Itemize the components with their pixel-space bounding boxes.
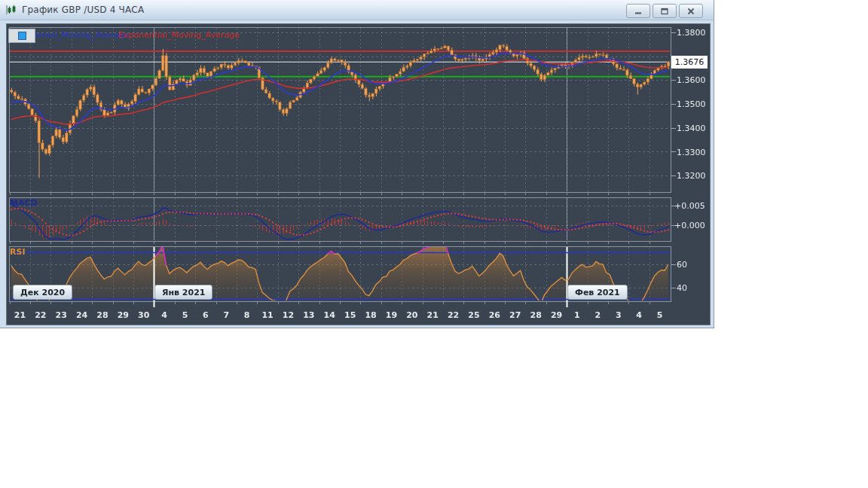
month-marker-feb2021: Фев 2021 <box>567 285 628 300</box>
x-axis-label: 7 <box>223 310 229 320</box>
x-axis-label: 24 <box>76 310 87 320</box>
x-axis-label: 21 <box>14 310 26 320</box>
chart-client-area: Exponential_Moving_Average Exponential_M… <box>7 24 710 325</box>
rsi-tick-label: 60 <box>677 260 687 270</box>
x-axis-label: 1 <box>574 310 580 320</box>
x-axis-label: 14 <box>324 310 335 320</box>
x-axis-label: 6 <box>203 310 209 320</box>
x-axis-label: 3 <box>616 310 622 320</box>
x-axis-label: 25 <box>468 310 479 320</box>
x-axis-label: 29 <box>551 310 562 320</box>
macd-tick-label: +0.005 <box>674 201 705 211</box>
x-axis-label: 2 <box>595 310 601 320</box>
minimize-button[interactable] <box>626 4 650 18</box>
window-title: График GBP /USD 4 ЧАСА <box>22 5 144 15</box>
candlestick-chart-icon <box>6 5 17 15</box>
price-chart-canvas[interactable] <box>7 24 710 325</box>
legend-ema-slow: Exponential_Moving_Average <box>118 30 240 40</box>
x-axis-label: 21 <box>427 310 439 320</box>
price-tick-label: 1.3200 <box>677 171 706 181</box>
price-tick-label: 1.3600 <box>677 75 706 85</box>
x-axis-label: 28 <box>96 310 108 320</box>
blue-series-button[interactable] <box>18 32 26 40</box>
macd-tick-label: +0.000 <box>674 221 705 230</box>
price-tick-label: 1.3500 <box>677 99 706 109</box>
page-background: { "window": { "title": "График GBP /USD … <box>0 0 868 488</box>
x-axis-label: 15 <box>344 310 356 320</box>
macd-panel-label: MACD <box>10 198 38 208</box>
x-axis-label: 20 <box>406 310 417 320</box>
x-axis-label: 8 <box>244 310 250 320</box>
current-price-badge: 1.3676 <box>671 56 708 69</box>
x-axis-label: 5 <box>657 310 663 320</box>
x-axis-label: 4 <box>636 310 642 320</box>
rsi-tick-label: 40 <box>677 283 687 293</box>
x-axis-label: 22 <box>448 310 459 320</box>
close-button[interactable] <box>679 4 703 18</box>
close-icon <box>686 8 695 15</box>
x-axis-label: 5 <box>182 310 188 320</box>
x-axis-label: 26 <box>489 310 500 320</box>
x-axis-label: 28 <box>530 310 542 320</box>
month-marker-dec2020: Дек 2020 <box>13 285 72 300</box>
window-titlebar[interactable]: График GBP /USD 4 ЧАСА <box>0 0 714 20</box>
x-axis-label: 30 <box>138 310 149 320</box>
rsi-panel-label: RSI <box>10 247 26 257</box>
price-tick-label: 1.3400 <box>677 123 706 133</box>
x-axis-label: 29 <box>118 310 129 320</box>
x-axis-label: 19 <box>386 310 397 320</box>
x-axis-label: 18 <box>365 310 376 320</box>
price-tick-label: 1.3300 <box>677 147 706 157</box>
x-axis-label: 22 <box>35 310 46 320</box>
restore-icon <box>660 8 669 15</box>
x-axis-label: 4 <box>161 310 167 320</box>
price-tick-label: 1.3800 <box>677 28 706 38</box>
x-axis-label: 12 <box>283 310 294 320</box>
x-axis-label: 27 <box>509 310 521 320</box>
month-marker-jan2021: Янв 2021 <box>154 285 212 300</box>
series-toggle-box[interactable] <box>8 29 35 43</box>
chart-window: График GBP /USD 4 ЧАСА Exponential_Movin… <box>0 0 714 328</box>
x-axis-label: 11 <box>261 310 273 320</box>
x-axis-label: 13 <box>303 310 314 320</box>
minimize-icon <box>634 8 643 15</box>
x-axis-label: 23 <box>56 310 67 320</box>
restore-button[interactable] <box>653 4 677 18</box>
